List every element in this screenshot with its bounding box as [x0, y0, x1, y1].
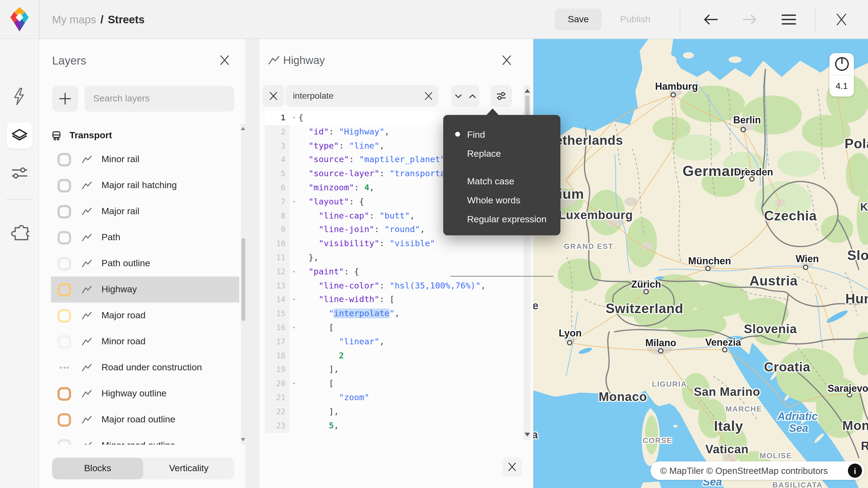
editor-scroll-up-icon[interactable]: [524, 89, 530, 93]
layer-item-major-road[interactable]: Major road: [51, 302, 239, 329]
code-line-22[interactable]: 22 ],: [265, 405, 522, 419]
code-editor-panel: Highway 1▾{2 "id": "Highway",3 "type": "…: [259, 39, 533, 488]
code-line-17[interactable]: 17 "linear",: [265, 335, 522, 349]
chevron-up-icon[interactable]: [469, 94, 476, 98]
code-line-12[interactable]: 12▾ "paint": {: [265, 265, 522, 279]
breadcrumb: My maps / Streets: [52, 0, 145, 39]
layer-color-swatch[interactable]: [58, 309, 71, 322]
menu-item-replace[interactable]: Replace: [467, 149, 501, 159]
layer-color-swatch[interactable]: [58, 205, 71, 218]
fold-arrow-icon[interactable]: ▾: [290, 377, 299, 391]
layer-item-path-outline[interactable]: Path outline: [51, 251, 239, 276]
undo-button[interactable]: [699, 8, 723, 31]
layer-item-highway[interactable]: Highway: [51, 276, 239, 302]
tab-verticality[interactable]: Verticality: [143, 458, 235, 479]
layers-search-input[interactable]: [85, 86, 235, 112]
layer-item-minor-road[interactable]: Minor road: [51, 329, 239, 355]
layer-swatch-dashed-icon[interactable]: [58, 361, 71, 375]
add-layer-button[interactable]: [52, 86, 78, 112]
menu-item-whole-words[interactable]: Whole words: [467, 195, 521, 206]
app-logo[interactable]: [9, 7, 30, 32]
clear-search-button[interactable]: [424, 92, 433, 100]
close-app-button[interactable]: [830, 8, 854, 31]
map-control: 4.1: [830, 53, 854, 97]
layer-item-minor-rail[interactable]: Minor rail: [51, 147, 239, 172]
map-label-country-italy: Italy: [714, 418, 743, 434]
code-line-10[interactable]: 10 "visibility": "visible": [265, 237, 522, 251]
layer-item-major-rail[interactable]: Major rail: [51, 198, 239, 225]
bearing-icon: [834, 56, 849, 72]
line-number: 22: [265, 405, 290, 419]
close-icon: [218, 54, 231, 67]
code-line-21[interactable]: 21 "zoom": [265, 391, 522, 405]
close-search-button[interactable]: [262, 85, 284, 107]
compass-button[interactable]: [830, 53, 854, 75]
menu-item-find[interactable]: Find: [467, 130, 485, 140]
layer-item-path[interactable]: Path: [51, 225, 239, 251]
map-label-country-e: e: [533, 300, 539, 312]
layer-color-swatch[interactable]: [58, 283, 71, 296]
menu-item-match-case[interactable]: Match case: [467, 176, 514, 187]
menu-button[interactable]: [777, 8, 801, 31]
code-line-15[interactable]: 15 "interpolate",: [265, 307, 522, 321]
line-number: 18: [265, 349, 290, 363]
code-line-11[interactable]: 11 },: [265, 251, 522, 265]
zoom-level[interactable]: 4.1: [830, 75, 854, 97]
breadcrumb-section[interactable]: My maps: [52, 13, 96, 26]
search-options-button[interactable]: [490, 85, 512, 107]
chevron-down-icon[interactable]: [455, 94, 462, 98]
layers-scroll-up-icon[interactable]: [241, 127, 245, 130]
save-button[interactable]: Save: [555, 9, 601, 30]
find-input[interactable]: [285, 85, 438, 107]
code-line-19[interactable]: 19 ],: [265, 363, 522, 377]
fold-arrow-icon[interactable]: ▾: [290, 111, 299, 125]
code-line-18[interactable]: 18 2: [265, 349, 522, 363]
map-canvas[interactable]: etherlandsGermanylgiumLuxembourgCzechiaA…: [533, 39, 868, 488]
fold-arrow-icon[interactable]: ▾: [290, 321, 299, 335]
layers-scroll-down-icon[interactable]: [241, 438, 245, 442]
fold-arrow-icon[interactable]: ▾: [290, 293, 299, 307]
presets-button[interactable]: [9, 86, 30, 108]
code-line-13[interactable]: 13 "line-color": "hsl(35,100%,76%)",: [265, 279, 522, 293]
map-label-sea-sea: Sea: [789, 422, 808, 434]
layers-tool-button[interactable]: [9, 125, 30, 147]
arrow-left-icon: [705, 15, 717, 24]
layer-item-label: Major road outline: [101, 414, 175, 425]
fold-spacer: [290, 307, 299, 321]
layer-color-swatch[interactable]: [58, 231, 71, 244]
layer-item-minor-road-outline[interactable]: Minor road outline: [51, 433, 239, 445]
tune-icon: [9, 163, 30, 184]
layer-color-swatch[interactable]: [58, 153, 71, 166]
info-icon[interactable]: i: [848, 464, 862, 478]
redo-button[interactable]: [738, 8, 762, 31]
layer-color-swatch[interactable]: [58, 439, 71, 445]
fold-arrow-icon[interactable]: ▾: [290, 265, 299, 279]
layer-item-road-under-construction[interactable]: Road under construction: [51, 355, 239, 381]
code-line-14[interactable]: 14▾ "line-width": [: [265, 293, 522, 307]
layer-item-major-rail-hatching[interactable]: Major rail hatching: [51, 172, 239, 198]
layer-color-swatch[interactable]: [58, 335, 71, 348]
editor-bottom-close-button[interactable]: [502, 457, 522, 477]
layer-color-swatch[interactable]: [58, 178, 71, 192]
layer-color-swatch[interactable]: [58, 387, 71, 400]
plugins-button[interactable]: [9, 221, 30, 243]
editor-close-button[interactable]: [500, 54, 513, 67]
find-nav-group: [452, 85, 479, 107]
layers-panel-close-button[interactable]: [218, 54, 231, 67]
layer-color-swatch[interactable]: [58, 413, 71, 426]
fold-arrow-icon[interactable]: ▾: [290, 195, 299, 209]
tab-blocks[interactable]: Blocks: [52, 458, 143, 479]
layer-color-swatch[interactable]: [58, 257, 71, 270]
adjust-tool-button[interactable]: [9, 163, 30, 184]
layer-item-major-road-outline[interactable]: Major road outline: [51, 407, 239, 433]
line-layer-icon: [81, 311, 93, 320]
editor-scroll-down-icon[interactable]: [524, 433, 530, 436]
publish-button[interactable]: Publish: [612, 9, 659, 30]
layers-scrollbar-thumb[interactable]: [241, 238, 245, 321]
code-line-23[interactable]: 23 5,: [265, 419, 522, 433]
menu-item-regular-expression[interactable]: Regular expression: [467, 214, 547, 225]
code-line-16[interactable]: 16▾ [: [265, 321, 522, 335]
layer-item-highway-outline[interactable]: Highway outline: [51, 381, 239, 407]
map-label-country-czechia: Czechia: [764, 208, 817, 224]
code-line-20[interactable]: 20▾ [: [265, 377, 522, 391]
